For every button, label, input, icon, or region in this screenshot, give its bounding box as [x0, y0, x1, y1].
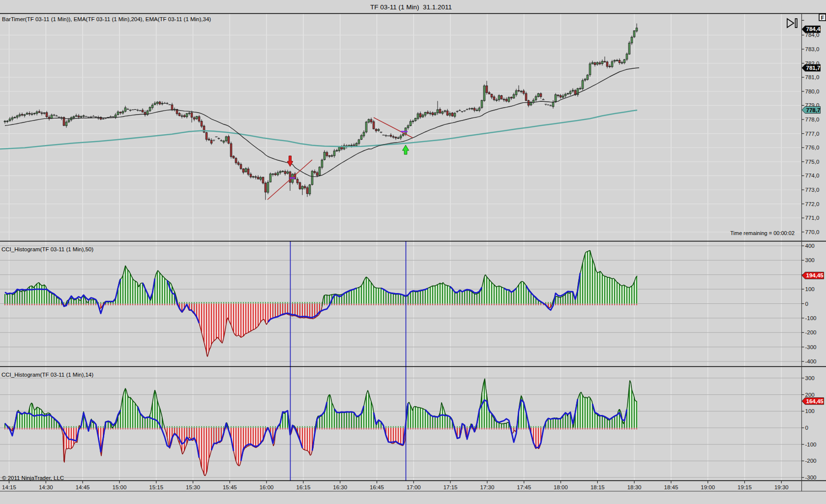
svg-text:15:45: 15:45	[223, 484, 237, 490]
svg-text:CCI_Histogram(TF 03-11 (1 Min): CCI_Histogram(TF 03-11 (1 Min),14)	[1, 372, 93, 378]
svg-text:16:00: 16:00	[260, 484, 274, 490]
svg-text:-400: -400	[805, 358, 817, 364]
svg-text:19:30: 19:30	[774, 484, 789, 490]
svg-text:16:45: 16:45	[370, 484, 384, 490]
svg-text:0: 0	[805, 425, 808, 431]
svg-text:Time remaining = 00:00:02: Time remaining = 00:00:02	[730, 230, 795, 236]
svg-text:14:15: 14:15	[2, 484, 16, 490]
svg-text:781,0: 781,0	[805, 74, 820, 80]
svg-text:200: 200	[805, 392, 815, 398]
svg-text:100: 100	[805, 286, 815, 292]
svg-text:772,0: 772,0	[805, 201, 820, 207]
svg-text:16:15: 16:15	[296, 484, 311, 490]
svg-text:775,0: 775,0	[805, 159, 820, 165]
svg-text:16:30: 16:30	[333, 484, 347, 490]
svg-text:164,45: 164,45	[806, 398, 824, 404]
svg-text:774,0: 774,0	[805, 173, 820, 178]
svg-text:© 2011 NinjaTrader, LLC: © 2011 NinjaTrader, LLC	[2, 475, 64, 481]
svg-text:-200: -200	[805, 458, 817, 464]
svg-text:F: F	[821, 15, 824, 21]
svg-text:194,45: 194,45	[806, 272, 824, 278]
svg-text:15:15: 15:15	[149, 484, 163, 490]
svg-text:770,0: 770,0	[805, 229, 820, 235]
svg-text:776,0: 776,0	[805, 145, 820, 150]
svg-text:14:30: 14:30	[39, 484, 53, 490]
svg-text:18:30: 18:30	[627, 484, 642, 490]
svg-text:18:15: 18:15	[590, 484, 605, 490]
svg-text:780,0: 780,0	[805, 89, 820, 94]
svg-text:784,4: 784,4	[806, 26, 821, 32]
svg-text:14:45: 14:45	[76, 484, 90, 490]
svg-text:TF 03-11 (1 Min) 31.1.2011: TF 03-11 (1 Min) 31.1.2011	[370, 3, 452, 11]
svg-text:CCI_Histogram(TF 03-11 (1 Min): CCI_Histogram(TF 03-11 (1 Min),50)	[1, 246, 93, 252]
svg-text:17:30: 17:30	[480, 484, 495, 490]
svg-text:773,0: 773,0	[805, 187, 820, 193]
svg-text:0: 0	[805, 301, 808, 307]
svg-text:17:00: 17:00	[407, 484, 421, 490]
svg-text:18:45: 18:45	[664, 484, 678, 490]
svg-text:-100: -100	[805, 442, 817, 447]
svg-text:15:30: 15:30	[186, 484, 200, 490]
svg-text:778,0: 778,0	[805, 117, 820, 122]
svg-text:777,0: 777,0	[805, 131, 820, 137]
svg-text:300: 300	[805, 375, 815, 381]
svg-text:100: 100	[805, 408, 815, 414]
svg-text:400: 400	[805, 243, 815, 249]
svg-text:17:45: 17:45	[517, 484, 531, 490]
svg-text:781,7: 781,7	[806, 65, 821, 71]
svg-text:778,7: 778,7	[806, 107, 821, 113]
svg-text:-300: -300	[805, 474, 817, 480]
svg-text:15:00: 15:00	[113, 484, 127, 490]
svg-text:17:15: 17:15	[443, 484, 458, 490]
svg-text:19:00: 19:00	[701, 484, 715, 490]
svg-text:-100: -100	[805, 315, 817, 321]
svg-text:BarTimer(TF 03-11 (1 Min)), EM: BarTimer(TF 03-11 (1 Min)), EMA(TF 03-11…	[2, 16, 211, 22]
svg-text:19:15: 19:15	[738, 484, 752, 490]
svg-text:-200: -200	[805, 329, 817, 335]
svg-text:783,0: 783,0	[805, 46, 820, 52]
svg-text:18:00: 18:00	[554, 484, 568, 490]
svg-text:784,0: 784,0	[805, 32, 820, 38]
svg-text:-300: -300	[805, 344, 817, 350]
svg-text:771,0: 771,0	[805, 215, 820, 221]
svg-text:300: 300	[805, 257, 815, 263]
